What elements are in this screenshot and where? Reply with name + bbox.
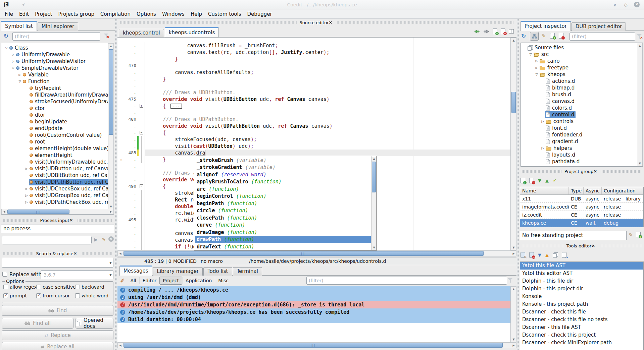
scroll-up-icon[interactable]: ▲: [511, 287, 516, 292]
scroll-left-icon[interactable]: ◀: [2, 209, 7, 214]
symbol-item-visit-udpathcheckbox-udc[interactable]: ▷visit(UDPathCheckBox udc, ref Can: [3, 199, 108, 206]
close-window-icon[interactable]: ×: [634, 2, 640, 7]
case-sensitive-checkbox[interactable]: [36, 285, 41, 289]
file-item-font-d[interactable]: font.d: [522, 125, 637, 131]
symbol-item-visit-udbutton-udc-ref[interactable]: ▷visit(UDButton udc, ref Canvas can: [3, 165, 108, 172]
expand-icon[interactable]: ▷: [540, 147, 545, 150]
chevron-down-icon[interactable]: ▼: [109, 261, 112, 265]
whole-word-checkbox[interactable]: [75, 293, 80, 298]
tool-item-dscanner-check-this-file-no-tests[interactable]: Dscanner - check this file no tests: [520, 316, 643, 324]
scroll-left-icon[interactable]: ◀: [118, 343, 123, 348]
completion-item-arc[interactable]: arc(function): [195, 185, 371, 193]
close-document-icon[interactable]: −: [501, 28, 505, 34]
tool-item-yatol-this-file-ast[interactable]: Yatol this file AST: [520, 262, 643, 270]
menu-help[interactable]: Help: [188, 10, 205, 18]
expand-icon[interactable]: ▷: [24, 200, 29, 204]
add-project-icon[interactable]: +: [521, 178, 525, 183]
add-free-project-icon[interactable]: +: [636, 232, 641, 237]
file-item-bitmap-d[interactable]: bitmap.d: [522, 84, 637, 91]
completion-item-circle[interactable]: circle(function): [195, 207, 371, 215]
async-mode-icon[interactable]: ✓: [553, 177, 557, 183]
tab-symbol-list[interactable]: Symbol list: [1, 21, 37, 31]
file-item-gradient-d[interactable]: gradient.d: [522, 138, 637, 145]
scroll-up-icon[interactable]: ▲: [371, 156, 377, 161]
move-down-icon[interactable]: ▼: [538, 178, 541, 183]
collapse-icon[interactable]: ▽: [534, 73, 539, 76]
close-panel-icon[interactable]: ×: [73, 251, 77, 255]
symbol-item-visit-udcheckbox-udc-re[interactable]: ▷visit(UDCheckBox udc, ref Canvas: [3, 185, 108, 192]
scroll-down-icon[interactable]: ▼: [108, 204, 113, 209]
move-tool-up-icon[interactable]: ▲: [545, 252, 549, 257]
fold-expand-icon[interactable]: +: [140, 104, 143, 108]
symbol-item-tryrepaint[interactable]: tryRepaint: [3, 85, 108, 92]
scroll-left-icon[interactable]: ◀: [118, 251, 123, 256]
messages-vscrollbar[interactable]: ▲ ▼: [510, 286, 516, 342]
add-tool-icon[interactable]: ✎: [521, 252, 525, 258]
file-item-actions-d[interactable]: actions.d: [522, 78, 637, 84]
completion-item-drawpath[interactable]: drawPath(function): [195, 236, 371, 243]
tool-item-dscanner-check-miniexplorer-path[interactable]: Dscanner - check MiniExplorer path: [520, 339, 643, 347]
editor-tab-kheops-control[interactable]: kheops.control: [119, 29, 164, 37]
file-item-layouts-d[interactable]: layouts.d: [522, 152, 637, 158]
scroll-up-icon[interactable]: ▲: [511, 38, 516, 43]
tab-messages[interactable]: Messages: [119, 266, 152, 276]
tool-item-yatol-this-editor-ast[interactable]: Yatol this editor AST: [520, 270, 643, 277]
find-button[interactable]: Find: [2, 305, 113, 316]
symbol-tree-hscrollbar[interactable]: ◀ ||| ▶: [1, 209, 114, 215]
clear-filter-icon[interactable]: ×: [104, 33, 109, 38]
collapse-icon[interactable]: ▽: [528, 53, 533, 56]
process-input-field[interactable]: [2, 236, 92, 244]
find-all-button[interactable]: Find all: [2, 318, 73, 329]
refresh-icon[interactable]: ↻: [521, 33, 526, 39]
search-term-combo[interactable]: ▼: [2, 258, 113, 268]
symbol-item-uniformlydrawable[interactable]: ▷UniformlyDrawable: [3, 51, 108, 58]
symbol-item-root[interactable]: root: [3, 138, 108, 145]
completion-item-strokebrush[interactable]: _strokeBrush(variable): [195, 157, 371, 164]
tab-mini-explorer[interactable]: Mini explorer: [38, 22, 79, 31]
right-splitter[interactable]: [516, 19, 519, 350]
symbol-filter-input[interactable]: [12, 32, 100, 41]
completion-item-beginpath[interactable]: beginPath(function): [195, 200, 371, 207]
remove-tool-icon[interactable]: −: [529, 252, 534, 258]
expand-icon[interactable]: ▷: [11, 53, 15, 56]
scroll-right-icon[interactable]: ▶: [511, 251, 516, 256]
close-panel-icon[interactable]: ×: [593, 169, 597, 173]
file-item-fontloader-d[interactable]: fontloader.d: [522, 131, 637, 138]
symbol-item-class[interactable]: ▽Class: [3, 45, 108, 51]
replace-with-combo[interactable]: ▼: [41, 270, 113, 279]
file-filter-input[interactable]: [569, 33, 635, 41]
symbol-item-endupdate[interactable]: endUpdate: [3, 125, 108, 132]
cancel-process-icon[interactable]: ×: [108, 236, 114, 242]
message-row[interactable]: iBuild duration: 00:00:04: [117, 316, 516, 323]
completion-item-applybrushtocairo[interactable]: applyBrushToCairo(function): [195, 178, 371, 186]
tab-project-inspector[interactable]: Project inspector: [521, 21, 571, 31]
collapse-icon[interactable]: ▽: [11, 66, 15, 70]
prompt-checkbox[interactable]: ✓: [3, 293, 8, 298]
expand-icon[interactable]: ▷: [540, 120, 545, 123]
symbol-item-visit-udgroupbox-udc-re[interactable]: ▷visit(UDGroupBox udc, ref Canvas c: [3, 192, 108, 199]
symbol-item-elementheight-double-val[interactable]: elementHeight(double value): [3, 145, 108, 152]
completion-item-drawimage[interactable]: drawImage(function): [195, 229, 371, 236]
expand-icon[interactable]: ▷: [24, 167, 29, 170]
collapse-icon[interactable]: ▽: [4, 46, 9, 50]
tool-item-konsole-this-project-path[interactable]: Konsole - this project path: [520, 300, 643, 308]
symbol-tree-vscrollbar[interactable]: ▲ ▼: [108, 43, 114, 210]
from-cursor-checkbox[interactable]: ✓: [36, 293, 41, 298]
file-item-kheops[interactable]: ▽kheops: [522, 71, 637, 78]
filter-all[interactable]: All: [127, 277, 139, 284]
scroll-down-icon[interactable]: ▼: [371, 245, 377, 250]
symbol-item-visit-udbitbutton-udc-r[interactable]: visit(UDBitButton udc, ref Canvas c: [3, 172, 108, 179]
scroll-right-icon[interactable]: ▶: [511, 343, 516, 348]
scroll-right-icon[interactable]: ▶: [108, 209, 113, 214]
refresh-icon[interactable]: ↻: [4, 33, 8, 39]
replace-all-button[interactable]: ⇄Replace all: [2, 342, 113, 350]
filter-application[interactable]: Application: [182, 277, 215, 284]
replace-with-checkbox[interactable]: [2, 272, 7, 277]
expand-icon[interactable]: ▷: [24, 187, 29, 190]
completion-item-closepath[interactable]: closePath(function): [195, 214, 371, 222]
run-tool-icon[interactable]: ➝: [562, 252, 566, 258]
go-back-icon[interactable]: [474, 29, 480, 34]
remove-project-icon[interactable]: −: [529, 178, 534, 183]
close-panel-icon[interactable]: ×: [69, 218, 73, 222]
replace-with-value[interactable]: [42, 272, 102, 278]
